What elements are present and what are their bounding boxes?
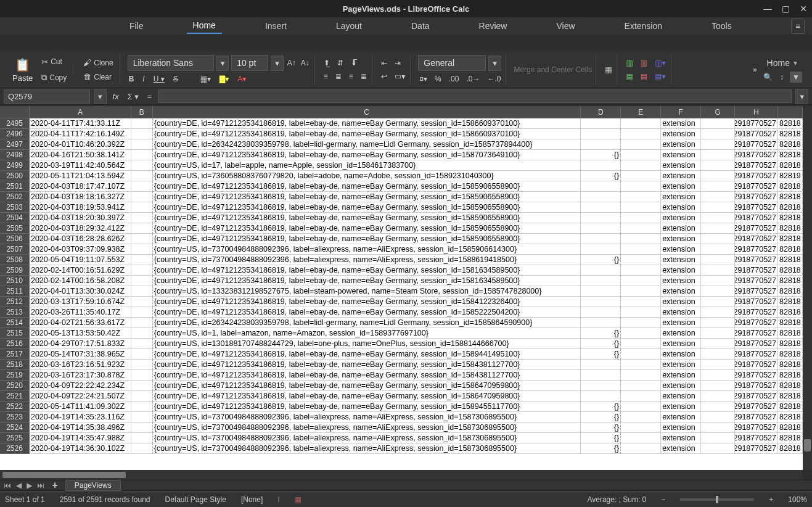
cell[interactable] [701,223,735,234]
cell[interactable]: 82818 [778,360,803,370]
font-dropdown-icon[interactable]: ▾ [216,56,229,71]
menu-extension[interactable]: Extension [618,19,668,33]
cell[interactable]: 82818 [778,181,803,192]
table-row[interactable]: 25072020-04-03T09:37:09.938Z{country=US,… [0,244,803,255]
cell[interactable] [131,391,153,402]
cell[interactable]: extension [661,223,701,234]
cell[interactable] [131,297,153,307]
column-header-G[interactable]: G [701,106,735,118]
cell[interactable]: 82818 [778,412,803,422]
row-header[interactable]: 2497 [0,139,30,150]
cell[interactable]: 2020-03-26T11:35:40.17Z [30,307,131,318]
cell[interactable] [701,412,735,422]
insert-row-icon[interactable]: ▥ [625,57,634,68]
tab-last-icon[interactable]: ⏭ [37,481,44,490]
copy-button[interactable]: ⧉Copy [39,72,69,84]
cell[interactable]: 82918770527 [735,150,778,160]
cell[interactable]: 82918770527 [735,265,778,276]
cell[interactable] [131,276,153,286]
cell[interactable]: extension [661,391,701,402]
table-row[interactable]: 25202020-04-09T22:22:42.234Z{country=DE,… [0,381,803,391]
cell[interactable] [701,443,735,454]
cell[interactable]: 82918770527 [735,433,778,443]
align-middle-icon[interactable]: ⇵ [336,57,345,68]
cell[interactable] [131,213,153,223]
cell[interactable]: extension [661,171,701,181]
cell[interactable]: {country=DE, id=49712123534186819, label… [153,265,581,276]
delete-col-icon[interactable]: ▤ [639,71,649,82]
indent-increase-icon[interactable]: ⇥ [393,57,402,68]
cell[interactable]: {} [581,443,621,454]
cell[interactable] [621,192,661,202]
add-sheet-icon[interactable]: + [49,480,60,491]
cell[interactable]: {} [581,328,621,339]
cell[interactable]: 82818 [778,244,803,255]
cell[interactable] [581,244,621,255]
cell[interactable] [131,422,153,433]
table-row[interactable]: 25052020-04-03T18:29:32.412Z{country=DE,… [0,223,803,234]
status-selection[interactable]: [None] [241,495,263,504]
cell[interactable]: {country=DE, id=49712123534186819, label… [153,234,581,244]
cell[interactable]: 82818 [778,381,803,391]
cell[interactable] [131,307,153,318]
cell[interactable] [701,244,735,255]
cell[interactable]: 82918770527 [735,202,778,213]
cell[interactable]: {country=DE, id=49712123534186819, label… [153,192,581,202]
font-name-select[interactable] [128,55,214,71]
cell[interactable] [131,202,153,213]
cell[interactable]: extension [661,234,701,244]
cell[interactable]: 82818 [778,202,803,213]
menu-insert[interactable]: Insert [259,19,293,33]
cell[interactable] [701,255,735,265]
cell[interactable]: extension [661,412,701,422]
sort-icon[interactable]: ↕ [779,72,785,83]
cell[interactable]: extension [661,318,701,328]
cell[interactable]: extension [661,422,701,433]
table-row[interactable]: 25112020-04-01T13:30:30.024Z{country=US,… [0,286,803,297]
cell[interactable] [581,234,621,244]
table-row[interactable]: 25132020-03-26T11:35:40.17Z{country=DE, … [0,307,803,318]
cell[interactable]: {country=US, id=737004984888092396, labe… [153,255,581,265]
cell[interactable]: 82918770527 [735,370,778,381]
cell[interactable]: {} [581,339,621,349]
merge-icon[interactable]: ▭▾ [393,71,406,82]
cell[interactable] [701,139,735,150]
cell[interactable]: 2020-05-14T11:41:09.302Z [30,402,131,412]
cell[interactable] [621,412,661,422]
format-col-icon[interactable]: ▤▾ [654,71,666,82]
cell[interactable]: {country=DE, id=49712123534186819, label… [153,307,581,318]
cell[interactable] [581,202,621,213]
status-insert-mode-icon[interactable]: I [277,495,279,504]
table-row[interactable]: 25042020-04-03T18:20:30.397Z{country=DE,… [0,213,803,223]
table-row[interactable]: 24972020-04-01T10:46:20.392Z{country=DE,… [0,139,803,150]
cell[interactable]: {country=DE, id=49712123534186819, label… [153,276,581,286]
align-center-icon[interactable]: ≣ [334,71,343,82]
cell[interactable]: 2020-04-03T18:17:47.107Z [30,181,131,192]
cell[interactable]: 2020-04-09T22:22:42.234Z [30,381,131,391]
cell[interactable]: 82918770527 [735,192,778,202]
cell[interactable] [621,160,661,171]
cell[interactable] [131,192,153,202]
table-row[interactable]: 25162020-04-29T07:17:51.833Z{country=US,… [0,339,803,349]
cell[interactable]: 2020-03-19T11:42:40.564Z [30,160,131,171]
cell[interactable]: 82918770527 [735,328,778,339]
font-size-select[interactable] [231,55,268,71]
table-row[interactable]: 25012020-04-03T18:17:47.107Z{country=DE,… [0,181,803,192]
cell[interactable]: {country=DE, id=263424238039359798, labe… [153,139,581,150]
cell[interactable] [581,381,621,391]
cell[interactable] [131,433,153,443]
cell[interactable]: {} [581,255,621,265]
cell[interactable] [131,349,153,360]
cell[interactable]: {country=DE, id=49712123534186819, label… [153,213,581,223]
cell[interactable]: extension [661,202,701,213]
cell[interactable]: 82818 [778,443,803,454]
cell[interactable]: 82918770527 [735,213,778,223]
cell[interactable]: 2020-04-19T14:35:47.988Z [30,433,131,443]
column-header-A[interactable]: A [30,106,131,118]
cell[interactable]: 82818 [778,286,803,297]
cell[interactable] [701,370,735,381]
cell[interactable] [131,160,153,171]
cell[interactable] [701,118,735,129]
cell[interactable]: 2020-04-03T18:18:16.327Z [30,192,131,202]
menu-tools[interactable]: Tools [705,19,738,33]
